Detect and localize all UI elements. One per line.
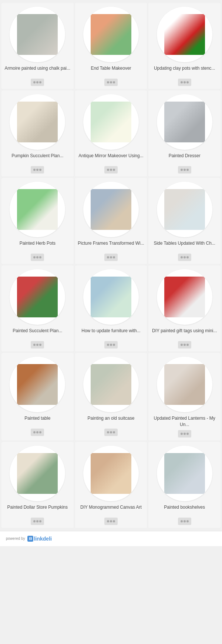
card-title-frames: Picture Frames Transformed Wi... <box>78 240 144 251</box>
card-action-succulent[interactable] <box>31 341 44 349</box>
image-suitcase <box>91 364 131 405</box>
card-title-suitcase: Painting an old suitcase <box>88 415 135 426</box>
card-title-gifttags: DIY painted gift tags using mini... <box>152 328 217 339</box>
card-title-mirror: Antique Mirror Makeover Using... <box>78 153 143 164</box>
image-claypots <box>164 14 205 55</box>
card-action-endtable[interactable] <box>104 79 118 86</box>
card-title-canvas: DIY Monogrammed Canvas Art <box>80 504 142 515</box>
image-furniture <box>91 277 131 317</box>
footer: powered by ⊟ linkdeli <box>0 531 222 546</box>
card-action-sidetables[interactable] <box>178 254 191 261</box>
card-title-bookshelves: Painted bookshelves <box>164 504 205 515</box>
card-action-pumpkin[interactable] <box>31 166 44 174</box>
card-action-armoire[interactable] <box>31 79 44 86</box>
image-circle-endtable <box>83 7 139 62</box>
image-circle-claypots <box>157 7 212 62</box>
card-title-sidetables: Side Tables Updated With Ch... <box>154 240 215 251</box>
image-circle-succulent <box>10 269 65 325</box>
image-circle-lanterns <box>157 357 212 412</box>
linkdeli-logo[interactable]: ⊟ linkdeli <box>27 536 52 542</box>
image-circle-paintedtable <box>10 357 65 412</box>
image-circle-bookshelves <box>157 446 212 501</box>
card-title-succulent: Painted Succulent Plan... <box>13 328 62 339</box>
card-title-armoire: Armoire painted using chalk pai... <box>5 65 70 76</box>
card-bookshelves[interactable]: Painted bookshelves <box>148 442 221 528</box>
card-action-frames[interactable] <box>104 254 118 261</box>
card-title-herbpots: Painted Herb Pots <box>20 240 56 251</box>
card-action-claypots[interactable] <box>178 79 191 86</box>
image-lanterns <box>164 364 205 405</box>
card-action-mirror[interactable] <box>104 166 118 174</box>
image-circle-mirror <box>83 94 139 150</box>
image-circle-suitcase <box>83 357 139 412</box>
card-title-endtable: End Table Makeover <box>91 65 131 76</box>
card-claypots[interactable]: Updating clay pots with stenc... <box>148 3 221 89</box>
image-herbpots <box>17 189 58 230</box>
image-endtable <box>91 14 131 55</box>
image-circle-dresser <box>157 94 212 150</box>
card-action-dresser[interactable] <box>178 166 191 174</box>
image-bookshelves <box>164 453 205 494</box>
card-paintedtable[interactable]: Painted table <box>1 353 74 440</box>
card-action-paintedtable[interactable] <box>31 429 44 436</box>
card-action-furniture[interactable] <box>104 341 118 349</box>
image-circle-gifttags <box>157 269 212 325</box>
card-action-herbpots[interactable] <box>31 254 44 261</box>
items-grid: Armoire painted using chalk pai...End Ta… <box>0 0 222 531</box>
image-circle-pumpkins2 <box>10 446 65 501</box>
card-canvas[interactable]: DIY Monogrammed Canvas Art <box>75 442 147 528</box>
logo-text: linkdeli <box>34 536 52 542</box>
powered-by-text: powered by <box>6 536 25 541</box>
image-circle-herbpots <box>10 182 65 237</box>
card-suitcase[interactable]: Painting an old suitcase <box>75 353 147 440</box>
image-paintedtable <box>17 364 58 405</box>
card-title-dresser: Painted Dresser <box>169 153 201 164</box>
image-circle-frames <box>83 182 139 237</box>
card-action-gifttags[interactable] <box>178 341 191 349</box>
image-dresser <box>164 102 205 142</box>
card-title-lanterns: Updated Painted Lanterns - My Un... <box>151 415 218 428</box>
card-action-pumpkins2[interactable] <box>31 518 44 525</box>
card-lanterns[interactable]: Updated Painted Lanterns - My Un... <box>148 353 221 440</box>
card-title-pumpkins2: Painted Dollar Store Pumpkins <box>7 504 68 515</box>
image-circle-furniture <box>83 269 139 325</box>
image-armoire <box>17 14 58 55</box>
card-title-furniture: How to update furniture with... <box>81 328 140 339</box>
image-frames <box>91 189 131 230</box>
card-pumpkin[interactable]: Pumpkin Succulent Plan... <box>1 90 74 176</box>
image-gifttags <box>164 277 205 317</box>
card-action-suitcase[interactable] <box>104 429 118 436</box>
card-title-pumpkin: Pumpkin Succulent Plan... <box>11 153 63 164</box>
image-pumpkin <box>17 102 58 142</box>
image-succulent <box>17 277 58 317</box>
image-mirror <box>91 102 131 142</box>
image-circle-canvas <box>83 446 139 501</box>
card-action-canvas[interactable] <box>104 518 118 525</box>
card-frames[interactable]: Picture Frames Transformed Wi... <box>75 178 147 264</box>
card-action-bookshelves[interactable] <box>178 518 191 525</box>
card-action-lanterns[interactable] <box>178 430 191 437</box>
card-herbpots[interactable]: Painted Herb Pots <box>1 178 74 264</box>
image-circle-sidetables <box>157 182 212 237</box>
card-endtable[interactable]: End Table Makeover <box>75 3 147 89</box>
card-gifttags[interactable]: DIY painted gift tags using mini... <box>148 265 221 351</box>
logo-icon: ⊟ <box>27 536 33 542</box>
card-title-paintedtable: Painted table <box>24 415 50 426</box>
image-sidetables <box>164 189 205 230</box>
card-dresser[interactable]: Painted Dresser <box>148 90 221 176</box>
card-furniture[interactable]: How to update furniture with... <box>75 265 147 351</box>
card-mirror[interactable]: Antique Mirror Makeover Using... <box>75 90 147 176</box>
card-pumpkins2[interactable]: Painted Dollar Store Pumpkins <box>1 442 74 528</box>
card-sidetables[interactable]: Side Tables Updated With Ch... <box>148 178 221 264</box>
image-circle-pumpkin <box>10 94 65 150</box>
image-pumpkins2 <box>17 453 58 494</box>
image-canvas <box>91 453 131 494</box>
card-armoire[interactable]: Armoire painted using chalk pai... <box>1 3 74 89</box>
card-succulent[interactable]: Painted Succulent Plan... <box>1 265 74 351</box>
image-circle-armoire <box>10 7 65 62</box>
card-title-claypots: Updating clay pots with stenc... <box>154 65 215 76</box>
